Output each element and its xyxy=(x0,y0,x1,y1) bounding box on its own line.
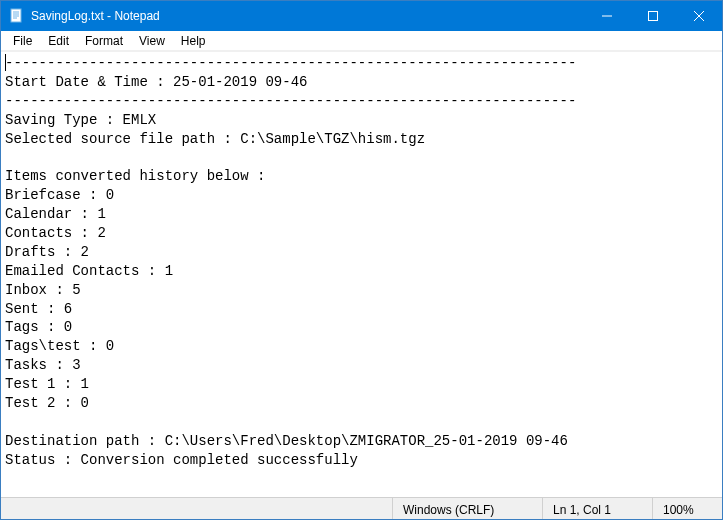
svg-rect-6 xyxy=(649,12,658,21)
menubar: File Edit Format View Help xyxy=(1,31,722,51)
titlebar[interactable]: SavingLog.txt - Notepad xyxy=(1,1,722,31)
window-title: SavingLog.txt - Notepad xyxy=(31,1,160,31)
notepad-icon xyxy=(9,8,25,24)
menu-view[interactable]: View xyxy=(131,33,173,49)
notepad-window: SavingLog.txt - Notepad File Edit Format… xyxy=(0,0,723,520)
menu-edit[interactable]: Edit xyxy=(40,33,77,49)
text-editor[interactable] xyxy=(1,52,722,497)
menu-file[interactable]: File xyxy=(5,33,40,49)
status-position: Ln 1, Col 1 xyxy=(542,498,652,519)
status-encoding: Windows (CRLF) xyxy=(392,498,542,519)
status-zoom: 100% xyxy=(652,498,722,519)
statusbar: Windows (CRLF) Ln 1, Col 1 100% xyxy=(1,497,722,519)
editor-area xyxy=(1,51,722,497)
minimize-button[interactable] xyxy=(584,1,630,31)
close-button[interactable] xyxy=(676,1,722,31)
menu-help[interactable]: Help xyxy=(173,33,214,49)
menu-format[interactable]: Format xyxy=(77,33,131,49)
maximize-button[interactable] xyxy=(630,1,676,31)
status-fill xyxy=(1,498,392,519)
